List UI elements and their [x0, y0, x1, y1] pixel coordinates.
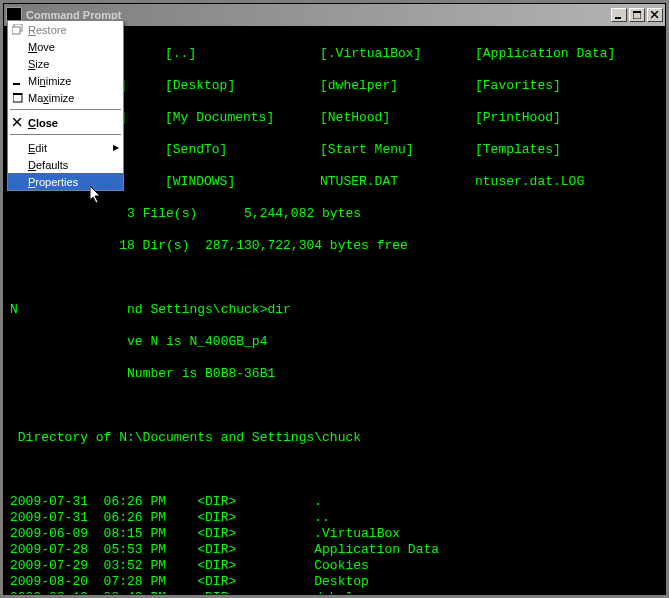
menu-restore: Restore — [8, 21, 123, 38]
prompt-line: nd Settings\chuck>dir — [127, 302, 291, 317]
col-item: ntuser.dat.LOG — [475, 174, 584, 190]
minimize-button[interactable] — [611, 8, 627, 22]
svg-rect-7 — [13, 83, 20, 85]
dir-entry: 2009-07-31 06:26 PM <DIR> .. — [10, 510, 659, 526]
col-item: [My Documents] — [165, 110, 320, 126]
col-item: [PrintHood] — [475, 110, 561, 126]
volume-line: ve N is N_400GB_p4 — [127, 334, 267, 349]
close-icon — [11, 116, 24, 129]
menu-edit[interactable]: Edit ▶ — [8, 139, 123, 156]
maximize-button[interactable] — [629, 8, 645, 22]
svg-rect-0 — [615, 17, 621, 19]
col-item: [Templates] — [475, 142, 561, 158]
col-item: [.VirtualBox] — [320, 46, 475, 62]
col-item: [WINDOWS] — [165, 174, 320, 190]
dir-entry: 2009-08-20 07:28 PM <DIR> Desktop — [10, 574, 659, 590]
menu-separator — [10, 109, 121, 111]
col-item: [Application Data] — [475, 46, 615, 62]
col-item: [NetHood] — [320, 110, 475, 126]
menu-separator — [10, 134, 121, 136]
svg-rect-2 — [633, 11, 641, 13]
svg-rect-9 — [13, 93, 22, 95]
menu-maximize[interactable]: Maximize — [8, 89, 123, 106]
col-item: [Desktop] — [165, 78, 320, 94]
file-summary: 3 File(s) 5,244,082 bytes — [127, 206, 361, 221]
directory-header: Directory of N:\Documents and Settings\c… — [10, 430, 659, 446]
dir-entry: 2009-07-29 03:52 PM <DIR> Cookies — [10, 558, 659, 574]
restore-icon — [11, 23, 24, 36]
system-menu: Restore Move Size Minimize Maximize Clos… — [7, 20, 124, 191]
maximize-icon — [11, 91, 24, 104]
window-buttons — [611, 8, 663, 22]
dir-summary: 18 Dir(s) 287,130,722,304 bytes free — [119, 238, 408, 253]
menu-move[interactable]: Move — [8, 38, 123, 55]
col-item: [Start Menu] — [320, 142, 475, 158]
menu-properties[interactable]: Properties — [8, 173, 123, 190]
serial-line: Number is B0B8-36B1 — [127, 366, 275, 381]
submenu-arrow-icon: ▶ — [113, 143, 119, 152]
dir-entry: 2009-06-09 08:15 PM <DIR> .VirtualBox — [10, 526, 659, 542]
col-item: [dwhelper] — [320, 78, 475, 94]
menu-size[interactable]: Size — [8, 55, 123, 72]
dir-entry: 2009-07-28 05:53 PM <DIR> Application Da… — [10, 542, 659, 558]
dir-entry: 2009-07-31 06:26 PM <DIR> . — [10, 494, 659, 510]
col-item: [Favorites] — [475, 78, 561, 94]
col-item: [SendTo] — [165, 142, 320, 158]
menu-close[interactable]: Close — [8, 114, 123, 131]
dir-entry: 2009-08-19 08:49 PM <DIR> dwhelper — [10, 590, 659, 594]
close-button[interactable] — [647, 8, 663, 22]
svg-rect-6 — [12, 27, 20, 34]
minimize-icon — [11, 74, 24, 87]
menu-minimize[interactable]: Minimize — [8, 72, 123, 89]
col-item: [..] — [165, 46, 320, 62]
menu-defaults[interactable]: Defaults — [8, 156, 123, 173]
col-item: NTUSER.DAT — [320, 174, 475, 190]
